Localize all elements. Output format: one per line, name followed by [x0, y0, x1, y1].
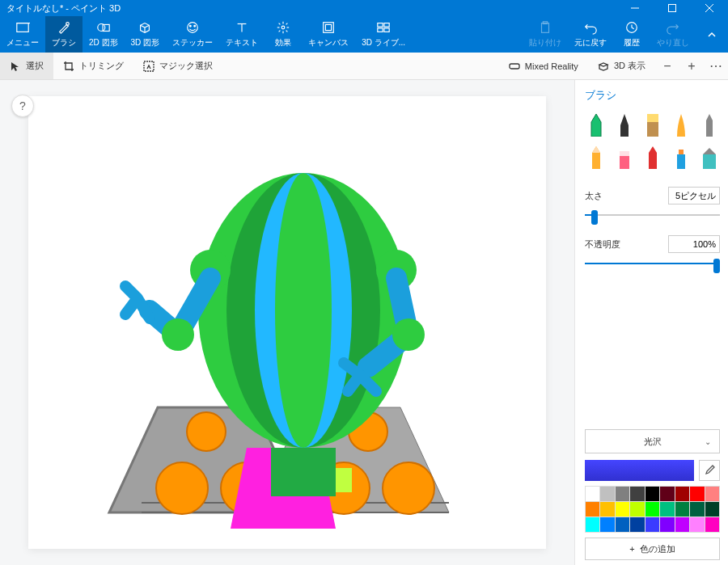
color-swatch[interactable]	[675, 502, 689, 517]
cursor-icon	[10, 61, 21, 72]
opacity-control: 不透明度	[585, 235, 720, 269]
color-swatch[interactable]	[675, 487, 689, 501]
canvas-tab[interactable]: キャンバス	[302, 16, 355, 53]
menu-button[interactable]: メニュー	[0, 16, 45, 53]
opacity-input[interactable]	[668, 235, 720, 253]
color-swatch[interactable]	[600, 487, 614, 501]
color-swatch[interactable]	[600, 502, 614, 517]
help-button[interactable]: ?	[11, 95, 34, 117]
color-swatch[interactable]	[630, 487, 644, 501]
title-bar: タイトルなし* - ペイント 3D	[0, 0, 728, 16]
color-swatch[interactable]	[616, 487, 629, 501]
current-color-swatch[interactable]	[585, 460, 694, 481]
eyedropper-icon	[704, 465, 715, 476]
brush-pencil[interactable]	[585, 145, 607, 169]
3d-view-button[interactable]: 3D 表示	[588, 53, 655, 79]
material-select[interactable]: 光沢 ⌄	[585, 429, 720, 453]
color-swatch[interactable]	[645, 517, 659, 532]
effects-icon	[275, 19, 291, 36]
robot-model	[61, 108, 514, 537]
brush-eraser[interactable]	[613, 145, 635, 169]
brush-crayon[interactable]	[641, 145, 663, 169]
magic-select-label: マジック選択	[159, 60, 213, 72]
color-swatch[interactable]	[586, 502, 599, 517]
brush-marker[interactable]	[585, 112, 607, 137]
svg-rect-55	[620, 151, 629, 156]
color-swatch[interactable]	[586, 517, 599, 532]
minimize-button[interactable]	[616, 0, 654, 16]
2d-shapes-tab[interactable]: 2D 図形	[83, 16, 125, 53]
svg-rect-43	[336, 468, 352, 492]
svg-rect-58	[703, 154, 716, 169]
color-swatch[interactable]	[616, 502, 629, 517]
svg-rect-28	[384, 28, 389, 32]
svg-line-19	[279, 23, 281, 25]
svg-point-50	[162, 318, 194, 351]
close-button[interactable]	[691, 0, 728, 16]
3d-shapes-tab[interactable]: 3D 図形	[125, 16, 167, 53]
eyedropper-button[interactable]	[699, 460, 720, 481]
svg-line-21	[286, 23, 288, 25]
thickness-input[interactable]	[668, 187, 720, 204]
brush-fill[interactable]	[698, 145, 720, 169]
color-swatch[interactable]	[645, 502, 659, 517]
sticker-tab[interactable]: ステッカー	[166, 16, 219, 53]
canvas[interactable]	[28, 96, 546, 549]
svg-point-14	[281, 26, 285, 29]
color-swatch[interactable]	[630, 502, 644, 517]
thickness-label: 太さ	[585, 190, 603, 202]
brush-oil[interactable]	[641, 112, 663, 137]
effects-tab[interactable]: 効果	[265, 16, 302, 53]
brush-label: ブラシ	[52, 37, 76, 48]
select-tool[interactable]: 選択	[0, 53, 53, 79]
thickness-control: 太さ	[585, 187, 720, 221]
text-icon	[234, 19, 250, 36]
redo-icon	[665, 19, 681, 36]
undo-button[interactable]: 元に戻す	[568, 16, 613, 53]
color-swatch[interactable]	[705, 502, 719, 517]
shapes-2d-icon	[95, 19, 112, 36]
color-swatch[interactable]	[660, 517, 674, 532]
more-options-button[interactable]: ⋯	[704, 53, 728, 80]
color-swatch[interactable]	[705, 487, 719, 501]
mixed-reality-button[interactable]: Mixed Reality	[499, 53, 588, 79]
color-swatch[interactable]	[675, 517, 689, 532]
crop-label: トリミング	[79, 60, 124, 72]
collapse-ribbon-button[interactable]	[696, 16, 728, 53]
thickness-slider[interactable]	[585, 209, 720, 221]
zoom-out-button[interactable]: −	[655, 53, 679, 80]
workspace: ?	[0, 80, 728, 565]
3d-library-tab[interactable]: 3D ライブ...	[355, 16, 412, 53]
color-swatch[interactable]	[705, 517, 719, 532]
color-swatch[interactable]	[600, 517, 614, 532]
color-swatch[interactable]	[660, 487, 674, 501]
color-swatch[interactable]	[660, 502, 674, 517]
crop-tool[interactable]: トリミング	[53, 53, 133, 79]
effects-label: 効果	[275, 37, 291, 48]
text-tab[interactable]: テキスト	[219, 16, 265, 53]
color-swatch[interactable]	[586, 487, 599, 501]
color-swatch[interactable]	[690, 487, 704, 501]
mixed-reality-label: Mixed Reality	[525, 61, 578, 71]
brush-calligraphy[interactable]	[613, 112, 635, 137]
redo-button[interactable]: やり直し	[650, 16, 696, 53]
history-label: 履歴	[624, 37, 640, 48]
maximize-button[interactable]	[654, 0, 691, 16]
opacity-slider[interactable]	[585, 258, 720, 269]
color-swatch[interactable]	[616, 517, 629, 532]
magic-select-tool[interactable]: マジック選択	[133, 53, 222, 79]
brush-pixel[interactable]	[698, 112, 720, 137]
brush-tab[interactable]: ブラシ	[45, 16, 83, 53]
color-swatch[interactable]	[630, 517, 644, 532]
svg-point-51	[392, 318, 425, 351]
brush-spray[interactable]	[670, 145, 692, 169]
brush-watercolor[interactable]	[670, 112, 692, 137]
history-button[interactable]: 履歴	[613, 16, 650, 53]
color-swatch[interactable]	[690, 517, 704, 532]
svg-point-10	[190, 25, 192, 27]
color-swatch[interactable]	[645, 487, 659, 501]
paste-button[interactable]: 貼り付け	[523, 16, 568, 53]
add-color-button[interactable]: + 色の追加	[585, 538, 720, 560]
color-swatch[interactable]	[690, 502, 704, 517]
zoom-in-button[interactable]: +	[679, 53, 704, 80]
